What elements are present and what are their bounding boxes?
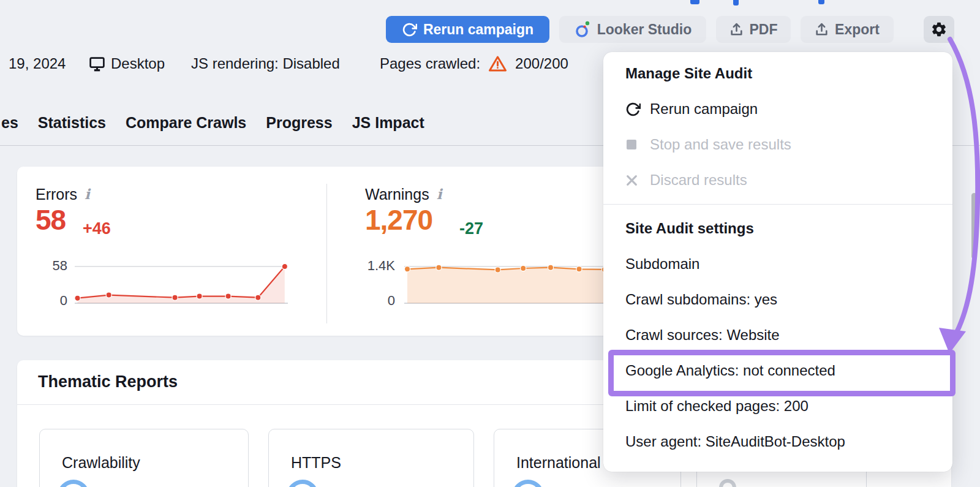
export-label: Export xyxy=(835,21,880,38)
stop-icon xyxy=(625,138,641,151)
thematic-card-label: International xyxy=(516,454,601,472)
settings-gear-button[interactable] xyxy=(924,16,954,43)
tab-issues-clipped[interactable]: es xyxy=(1,114,18,132)
warning-triangle-icon[interactable] xyxy=(488,55,507,72)
rerun-campaign-button[interactable]: Rerun campaign xyxy=(386,16,549,43)
menu-item-discard-results[interactable]: Discard results xyxy=(603,162,952,198)
thematic-card-label: Crawlability xyxy=(62,454,140,472)
pages-crawled-label: Pages crawled: xyxy=(380,55,480,72)
js-rendering-status: JS rendering: Disabled xyxy=(191,55,340,72)
warnings-title: Warnings i xyxy=(365,186,442,203)
device-indicator: Desktop xyxy=(89,55,165,72)
errors-sparkline-chart xyxy=(75,263,288,307)
clipped-link-fragment xyxy=(818,0,824,4)
info-icon[interactable]: i xyxy=(437,186,442,202)
device-label: Desktop xyxy=(111,55,165,72)
thematic-card-label: HTTPS xyxy=(291,454,341,472)
warnings-sparkline-chart xyxy=(404,263,608,307)
errors-value: 58 xyxy=(36,203,66,236)
info-icon[interactable]: i xyxy=(85,186,90,202)
tab-compare-crawls[interactable]: Compare Crawls xyxy=(126,114,246,132)
pages-crawled: Pages crawled: 200/200 xyxy=(380,55,568,72)
clipped-link-fragment xyxy=(690,0,699,4)
refresh-icon xyxy=(402,22,417,37)
pdf-button[interactable]: PDF xyxy=(716,16,791,43)
menu-divider xyxy=(603,204,952,205)
menu-item-rerun-campaign[interactable]: Rerun campaign xyxy=(603,91,952,127)
warnings-axis-max: 1.4K xyxy=(352,258,395,274)
x-icon xyxy=(625,174,641,187)
menu-section-settings: Site Audit settings xyxy=(603,211,952,246)
pages-crawled-value: 200/200 xyxy=(515,55,568,72)
gear-icon xyxy=(930,21,948,38)
warnings-axis-min: 0 xyxy=(352,293,395,309)
errors-delta: +46 xyxy=(83,219,111,238)
pdf-label: PDF xyxy=(750,21,778,38)
report-tabs: es Statistics Compare Crawls Progress JS… xyxy=(1,114,424,132)
warnings-delta: -27 xyxy=(459,219,483,238)
menu-item-crawl-sources[interactable]: Crawl sources: Website xyxy=(603,317,952,353)
clipped-link-fragment xyxy=(733,0,739,6)
site-audit-settings-menu: Manage Site Audit Rerun campaign Stop an… xyxy=(603,52,952,472)
export-button[interactable]: Export xyxy=(801,16,894,43)
errors-title: Errors i xyxy=(36,186,90,203)
menu-item-limit-pages[interactable]: Limit of checked pages: 200 xyxy=(603,388,952,424)
warnings-value: 1,270 xyxy=(365,203,432,236)
menu-item-subdomain[interactable]: Subdomain xyxy=(603,246,952,282)
refresh-icon xyxy=(625,102,641,117)
errors-axis-max: 58 xyxy=(37,258,67,274)
thematic-card-crawlability[interactable]: Crawlability xyxy=(39,429,249,487)
menu-scrollbar[interactable] xyxy=(971,193,977,259)
tab-progress[interactable]: Progress xyxy=(266,114,332,132)
thematic-reports-title: Thematic Reports xyxy=(38,372,178,391)
looker-studio-icon xyxy=(574,20,591,39)
upload-icon xyxy=(815,22,829,37)
tab-statistics[interactable]: Statistics xyxy=(38,114,106,132)
tab-js-impact[interactable]: JS Impact xyxy=(352,114,424,132)
rerun-campaign-label: Rerun campaign xyxy=(423,21,533,38)
looker-studio-label: Looker Studio xyxy=(597,21,692,38)
upload-icon xyxy=(729,22,744,37)
errors-axis-min: 0 xyxy=(37,293,67,309)
monitor-icon xyxy=(89,56,105,72)
menu-item-crawl-subdomains[interactable]: Crawl subdomains: yes xyxy=(603,282,952,317)
looker-studio-button[interactable]: Looker Studio xyxy=(559,16,706,43)
menu-item-user-agent[interactable]: User agent: SiteAuditBot-Desktop xyxy=(603,424,952,459)
thematic-card-https[interactable]: HTTPS xyxy=(268,429,474,487)
menu-item-google-analytics[interactable]: Google Analytics: not connected xyxy=(603,353,952,388)
crawl-date: 19, 2024 xyxy=(9,55,66,72)
stats-divider xyxy=(326,184,327,323)
menu-item-stop-and-save[interactable]: Stop and save results xyxy=(603,127,952,162)
menu-section-manage: Manage Site Audit xyxy=(603,56,952,91)
